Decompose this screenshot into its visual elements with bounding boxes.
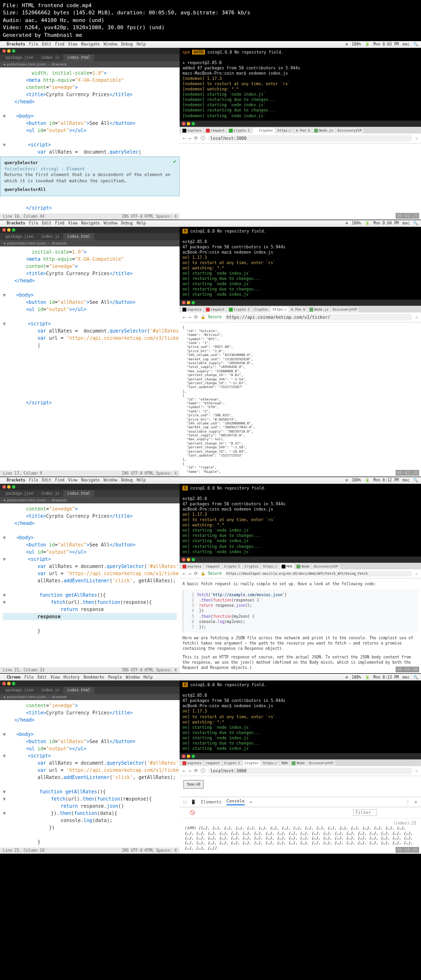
meta-video: Video: h264, yuv420p, 1920x1080, 30.00 f… <box>3 24 418 31</box>
browser-tab[interactable]: request <box>204 128 227 134</box>
back-icon[interactable]: ← <box>182 314 185 320</box>
mac-menubar: Brackets File Edit Find View Navigate Wi… <box>0 41 180 48</box>
back-icon[interactable]: ← <box>182 768 185 773</box>
check-icon: ✔ <box>173 158 176 165</box>
autocomplete-popup[interactable]: ✔ querySelector fn(selectors: string) : … <box>0 156 180 196</box>
devtools-tab[interactable]: Console <box>227 799 245 805</box>
wifi-icon[interactable]: ⊚ <box>345 42 348 46</box>
sidebar-icon[interactable]: ▸ <box>183 810 186 815</box>
hint-signature: fn(selectors: string) : Element <box>4 166 175 172</box>
back-icon[interactable]: ← <box>182 571 185 576</box>
cursor-pos: Line 16, Column 44 <box>3 214 45 219</box>
close-icon[interactable]: ✕ <box>415 800 417 804</box>
editor-path: ▸ public/index.html (coin) — Brackets <box>0 61 180 67</box>
url-input[interactable] <box>208 768 412 774</box>
minimize-icon[interactable] <box>7 49 11 53</box>
browser-tab[interactable]: Cryptoc <box>252 128 275 134</box>
browser-tab[interactable]: Crypto C <box>227 128 252 134</box>
lock-icon[interactable]: 🔒 Secure <box>201 315 222 319</box>
file-metadata: File: HTML frontend code.mp4 Size: 15206… <box>0 0 421 41</box>
menu-edit[interactable]: Edit <box>42 42 51 46</box>
chevron-down-icon[interactable]: ▼ <box>211 810 213 815</box>
reload-icon[interactable]: ⟳ <box>194 135 198 141</box>
app-name[interactable]: Brackets <box>7 42 25 46</box>
url-input[interactable] <box>225 314 412 321</box>
devtools-tab[interactable]: Elements <box>201 800 221 804</box>
status-bar: Line 16, Column 44 INS UTF-8 HTML Spaces… <box>0 213 180 220</box>
star-icon[interactable]: ☆ <box>415 135 418 141</box>
tab-indexhtml[interactable]: index.html <box>63 54 94 61</box>
meta-audio: Audio: aac, 44100 Hz, mono (und) <box>3 17 418 24</box>
hint-item[interactable]: querySelectorAll <box>4 187 46 192</box>
hint-item[interactable]: querySelector <box>4 160 38 165</box>
terminal[interactable]: N coin@1.0.0 No repository field. est@2.… <box>180 484 421 557</box>
code-editor[interactable]: width, initial-scale=1.0"> <meta http-eq… <box>0 67 180 213</box>
fold-icon[interactable]: ▼ <box>3 112 8 120</box>
clear-icon[interactable]: 🚫 <box>190 810 195 815</box>
terminal[interactable]: npm WARN coin@1.0.0 No repository field.… <box>180 48 421 121</box>
lock-icon[interactable]: 🔒 Secure <box>201 571 222 576</box>
menu-view[interactable]: View <box>68 42 77 46</box>
browser-tab[interactable]: DiscoveryVIP <box>336 128 364 134</box>
menu-navigate[interactable]: Navigate <box>81 42 100 46</box>
hint-desc: Returns the first element that is a desc… <box>4 172 175 184</box>
forward-icon[interactable]: → <box>188 314 191 320</box>
json-response: { "id": "bitcoin", "name": "Bitcoin", "s… <box>182 325 418 474</box>
search-icon[interactable]: 🔍 <box>413 42 418 46</box>
reload-icon[interactable]: ⟳ <box>194 768 198 773</box>
devtools: ⬚ 📱 Elements Console » ⋮ ✕ ▸ 🚫 top ▼ <box>180 797 421 854</box>
url-input[interactable] <box>225 571 412 577</box>
menu-file[interactable]: File <box>29 42 38 46</box>
star-icon[interactable]: ☆ <box>415 768 418 773</box>
close-icon[interactable] <box>2 49 6 53</box>
fold-icon[interactable]: ▼ <box>3 141 8 148</box>
editor-tabs: package.json index.js index.html <box>0 54 180 61</box>
timestamp: 00:01:25 <box>396 213 419 219</box>
mdn-article: A basic fetch request is really simple t… <box>180 579 421 674</box>
info-icon[interactable]: ⓘ <box>201 768 205 774</box>
browser-tab[interactable]: Node.js <box>312 128 335 134</box>
console-output: (index):23 (100) [{…}, {…}, {…}, {…}, {…… <box>180 818 421 854</box>
more-tabs[interactable]: » <box>250 800 252 804</box>
forward-icon[interactable]: → <box>188 571 191 576</box>
tab-package[interactable]: package.json <box>2 54 37 61</box>
reload-icon[interactable]: ⟳ <box>194 571 198 576</box>
browser-window: express request Crypto C Cryptoc https:/… <box>180 121 421 220</box>
url-input[interactable] <box>208 135 412 142</box>
terminal[interactable]: N coin@1.0.0 No repository field. est@2.… <box>180 680 421 753</box>
mac-menubar-right: ⊚ 100% 🔋 Mon 8:03 PM mac 🔍 <box>180 41 421 48</box>
back-icon[interactable]: ← <box>182 135 185 141</box>
menu-find[interactable]: Find <box>55 42 64 46</box>
browser-tab[interactable]: https:/ <box>275 128 294 134</box>
forward-icon[interactable]: → <box>188 135 191 141</box>
inspect-icon[interactable]: ⬚ <box>183 800 186 804</box>
menu-help[interactable]: Help <box>137 42 146 46</box>
menu-debug[interactable]: Debug <box>121 42 133 46</box>
zoom-icon[interactable] <box>12 49 15 53</box>
star-icon[interactable]: ☆ <box>415 314 418 320</box>
menu-window[interactable]: Window <box>103 42 117 46</box>
browser-tabs: express request Crypto C Cryptoc https:/… <box>180 127 421 134</box>
star-icon[interactable]: ☆ <box>415 571 418 576</box>
see-all-button[interactable]: See All <box>183 780 204 789</box>
forward-icon[interactable]: → <box>188 768 191 773</box>
info-icon[interactable]: ⓘ <box>201 135 205 142</box>
browser-tab[interactable]: express <box>181 128 204 134</box>
mac-menubar: Brackets File Edit Find View Navigate Wi… <box>0 220 180 227</box>
address-bar: ← → ⟳ ⓘ ☆ <box>180 134 421 144</box>
terminal[interactable]: N coin@1.0.0 No repository field. est@2.… <box>180 227 421 300</box>
tab-indexjs[interactable]: index.js <box>37 54 64 61</box>
code-sample: 1fetch('http://example.com/movies.json')… <box>182 590 418 633</box>
code-editor[interactable]: initial-scale=1.0"> <meta http-equiv="X-… <box>0 246 180 470</box>
window-controls <box>0 48 180 54</box>
code-editor[interactable]: content="ie=edge"> <title>Cyrpto Currenc… <box>0 503 180 667</box>
code-editor[interactable]: content="ie=edge"> <title>Cyrpto Currenc… <box>0 700 180 847</box>
meta-gen: Generated by Thumbnail me <box>3 32 418 39</box>
browser-tab[interactable]: A Pen b <box>294 128 312 134</box>
reload-icon[interactable]: ⟳ <box>194 314 198 320</box>
meta-size: Size: 152066662 bytes (145.02 MiB), dura… <box>3 9 418 16</box>
settings-icon[interactable]: ⋮ <box>406 800 410 804</box>
device-icon[interactable]: 📱 <box>191 800 196 804</box>
filter-input[interactable] <box>353 809 377 816</box>
meta-file: File: HTML frontend code.mp4 <box>3 2 418 9</box>
